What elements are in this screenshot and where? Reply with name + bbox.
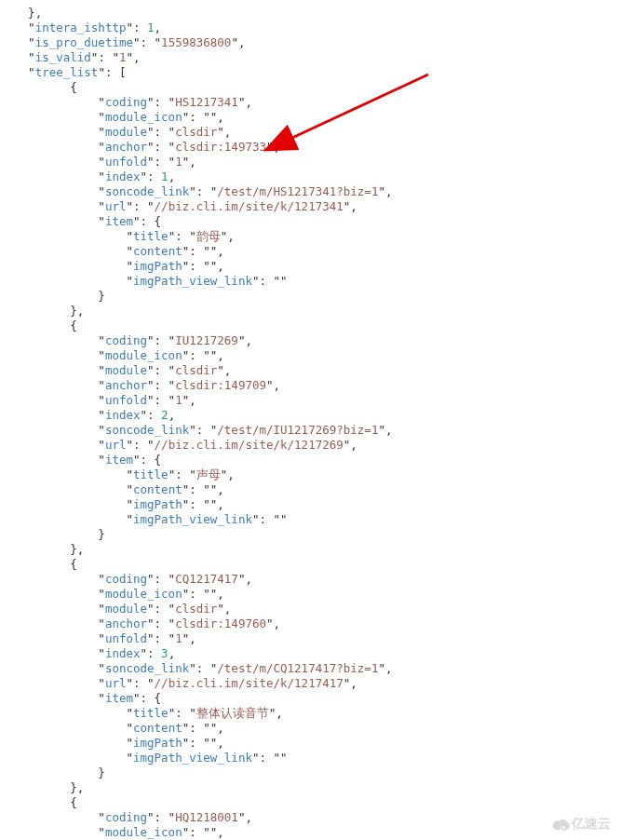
key-content: content xyxy=(133,244,182,258)
json-code-block: }, "intera_ishttp": 1, "is_pro_duetime":… xyxy=(0,0,620,840)
key-anchor: anchor xyxy=(105,140,147,154)
watermark-text: 亿速云 xyxy=(572,816,611,833)
key-module: module xyxy=(105,125,147,139)
key-unfold: unfold xyxy=(105,155,147,169)
key-item: item xyxy=(105,214,133,228)
key-url: url xyxy=(105,199,127,213)
val-intera-ishttp: 1 xyxy=(147,20,155,34)
cloud-icon xyxy=(553,818,570,831)
val-is-pro-duetime: 1559836800 xyxy=(161,35,231,49)
key-title: title xyxy=(133,229,168,243)
key-imgpath-view-link: imgPath_view_link xyxy=(133,274,252,288)
key-coding: coding xyxy=(105,95,147,109)
key-tree-list: tree_list xyxy=(35,65,99,79)
val-coding: HS1217341 xyxy=(175,95,238,109)
key-imgpath: imgPath xyxy=(133,259,182,273)
val-is-valid: 1 xyxy=(119,50,127,64)
key-intera-ishttp: intera_ishttp xyxy=(35,20,127,34)
watermark: 亿速云 xyxy=(553,816,611,833)
brace: }, xyxy=(28,6,42,20)
key-is-pro-duetime: is_pro_duetime xyxy=(35,35,133,49)
key-is-valid: is_valid xyxy=(35,50,91,64)
key-soncode-link: soncode_link xyxy=(105,184,189,198)
key-index: index xyxy=(105,169,141,183)
key-module-icon: module_icon xyxy=(105,110,182,124)
